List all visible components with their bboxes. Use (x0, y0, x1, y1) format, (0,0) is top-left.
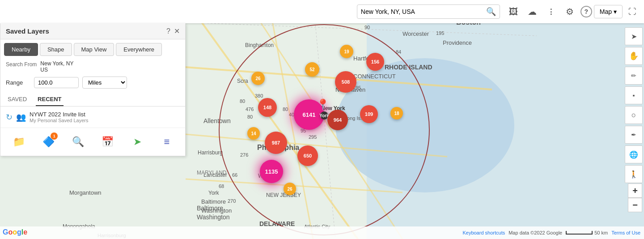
search-from-row: Search From New York, NY US (0, 56, 185, 75)
zoom-out-button[interactable]: − (628, 198, 642, 212)
layers-badge: 1 (51, 132, 58, 140)
range-label: Range (6, 79, 30, 86)
tab-nearby[interactable]: Nearby (4, 43, 38, 56)
content-tab-recent[interactable]: RECENT (36, 93, 63, 106)
map-button-arrow: ▾ (614, 8, 617, 15)
zoom-in-button[interactable]: + (628, 184, 642, 198)
map-data-text: Map data ©2022 Google (508, 230, 562, 235)
tab-everywhere[interactable]: Everywhere (116, 43, 162, 56)
svg-text:New York: New York (321, 105, 345, 111)
svg-text:Morgantown: Morgantown (69, 189, 102, 196)
layer-sub: My Personal Saved Layers (30, 118, 88, 123)
terms-link[interactable]: Terms of Use (611, 230, 640, 235)
calendar-tool[interactable]: 📅 (97, 132, 118, 152)
svg-text:380: 380 (255, 93, 263, 98)
refresh-icon: ↻ (6, 112, 13, 122)
layers-tool[interactable]: 🔷 1 (38, 132, 59, 152)
fullscreen-button[interactable]: ⛶ (624, 4, 640, 20)
svg-text:195: 195 (436, 30, 444, 36)
svg-text:MARYLAND: MARYLAND (197, 170, 227, 176)
draw-btn[interactable]: ✏ (625, 67, 643, 85)
panel-header: Saved Layers ? ✕ (0, 23, 185, 39)
square-btn[interactable]: ▪ (625, 86, 643, 104)
top-bar: 🔍 🖼 ☁ ⋮ ⚙ ? Map ▾ ⛶ (0, 0, 644, 23)
panel-close-icon[interactable]: ✕ (174, 27, 180, 35)
person-btn[interactable]: 🚶 (625, 165, 643, 183)
svg-text:Hartford: Hartford (353, 55, 374, 62)
svg-text:Washington: Washington (197, 213, 229, 221)
toolbar-icons: 🖼 ☁ ⋮ ⚙ ? (505, 4, 592, 20)
search-input[interactable] (361, 8, 486, 15)
svg-text:80: 80 (240, 98, 245, 104)
folder-tool[interactable]: 📁 (8, 132, 29, 152)
svg-text:Worcester: Worcester (402, 30, 429, 37)
svg-text:68: 68 (219, 184, 224, 189)
search-icon[interactable]: 🔍 (486, 7, 496, 17)
content-tab-saved[interactable]: SAVED (6, 93, 29, 106)
svg-text:95: 95 (356, 85, 361, 90)
svg-text:CONNECTICUT: CONNECTICUT (353, 73, 396, 80)
weather-icon[interactable]: ☁ (524, 4, 540, 20)
saved-layers-panel: Saved Layers ? ✕ Nearby Shape Map View E… (0, 23, 186, 156)
tab-row: Nearby Shape Map View Everywhere (0, 39, 185, 56)
settings-icon[interactable]: ⚙ (562, 4, 578, 20)
svg-text:Philadelphia: Philadelphia (257, 144, 299, 151)
panel-help-icon[interactable]: ? (166, 27, 170, 35)
layer-name: NYWT 2022 Invite list (30, 111, 88, 118)
hand-btn[interactable]: ✋ (625, 47, 643, 65)
svg-text:476: 476 (249, 128, 257, 133)
bottom-bar: Keyboard shortcuts Map data ©2022 Google… (0, 226, 644, 239)
google-logo: Google (3, 228, 27, 236)
scale-line (566, 231, 593, 235)
panel-title: Saved Layers (6, 27, 49, 35)
svg-text:270: 270 (228, 198, 236, 204)
scale-bar: 50 km (566, 230, 608, 235)
svg-text:476: 476 (246, 107, 254, 112)
tab-shape[interactable]: Shape (40, 43, 72, 56)
map-button[interactable]: Map ▾ (594, 5, 623, 18)
right-controls: ➤ ✋ ✏ ▪ ○ ✒ 🌐 🚶 (624, 27, 644, 184)
svg-text:80: 80 (283, 107, 288, 112)
search-from-label: Search From (6, 61, 37, 68)
svg-text:Wilmin...: Wilmin... (258, 173, 279, 179)
keyboard-shortcuts-link[interactable]: Keyboard shortcuts (462, 230, 505, 235)
svg-text:York: York (208, 190, 220, 196)
layers-dots-icon[interactable]: ⋮ (543, 4, 559, 20)
search-box: 🔍 (357, 4, 500, 19)
list-tool[interactable]: ≡ (157, 132, 177, 152)
bottom-toolbar: 📁 🔷 1 🔍 📅 ➤ ≡ (0, 128, 185, 156)
layer-text: NYWT 2022 Invite list My Personal Saved … (30, 111, 88, 123)
layer-item[interactable]: ↻ 👥 NYWT 2022 Invite list My Personal Sa… (0, 107, 185, 128)
svg-text:Long Is.: Long Is. (344, 115, 362, 121)
svg-text:295: 295 (309, 134, 317, 140)
range-row: Range Miles Kilometers (0, 75, 185, 93)
navigate-btn[interactable]: ➤ (625, 27, 643, 45)
circle-btn[interactable]: ○ (625, 106, 643, 124)
tab-mapview[interactable]: Map View (74, 43, 114, 56)
svg-text:276: 276 (240, 152, 248, 158)
content-tabs: SAVED RECENT (0, 93, 185, 107)
svg-text:40: 40 (289, 112, 294, 117)
search-tool[interactable]: 🔍 (68, 132, 88, 152)
route-tool[interactable]: ➤ (127, 132, 148, 152)
svg-text:80: 80 (247, 114, 253, 120)
group-icon: 👥 (16, 112, 26, 122)
svg-text:66: 66 (232, 172, 237, 178)
scale-label: 50 km (594, 230, 608, 235)
map-button-label: Map (600, 8, 612, 15)
svg-text:Allentown: Allentown (203, 117, 231, 124)
help-icon[interactable]: ? (580, 6, 592, 17)
zoom-controls: + − (628, 184, 642, 212)
svg-text:95: 95 (301, 128, 306, 133)
unit-select[interactable]: Miles Kilometers (82, 77, 127, 89)
satellite-icon[interactable]: 🖼 (505, 4, 521, 20)
search-from-value: New York, NY US (40, 60, 73, 73)
panel-header-icons: ? ✕ (166, 27, 180, 35)
svg-text:90: 90 (364, 25, 370, 30)
svg-text:NEW JERSEY: NEW JERSEY (266, 192, 301, 198)
svg-text:Washington: Washington (201, 207, 232, 214)
svg-text:Scra: Scra (237, 78, 248, 84)
globe-btn[interactable]: 🌐 (625, 145, 643, 163)
pencil-btn[interactable]: ✒ (625, 126, 643, 144)
range-input[interactable] (34, 77, 79, 88)
